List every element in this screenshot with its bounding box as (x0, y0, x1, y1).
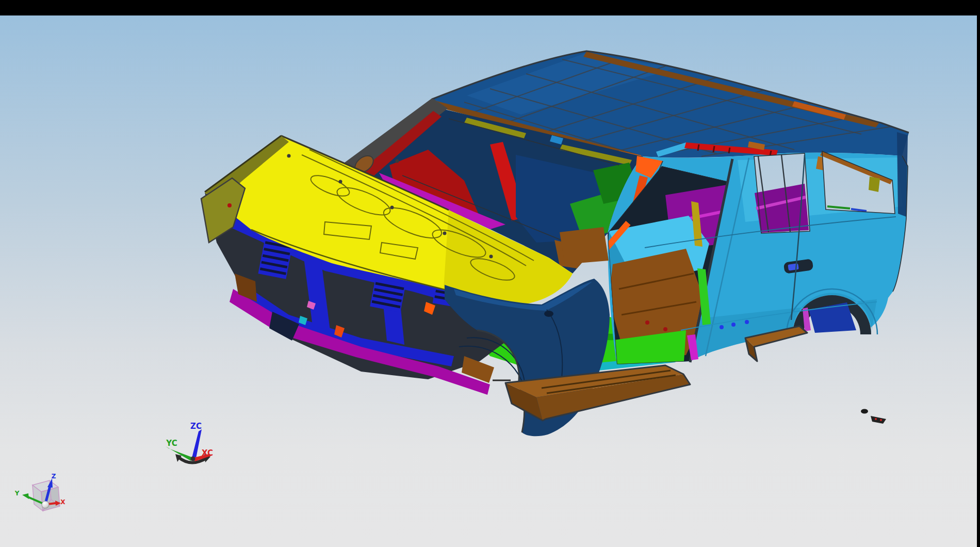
part-red-dot (880, 419, 882, 421)
door-blue-dot (745, 320, 749, 324)
part-red-dot (875, 418, 877, 420)
body-side-panel[interactable] (599, 132, 908, 365)
abs-x-label: X (60, 498, 66, 506)
wing-red-dot (227, 203, 232, 207)
wcs-z-label: ZC (190, 422, 202, 431)
cad-3d-viewport[interactable]: ZC YC XC Z Y X (0, 15, 977, 547)
small-part (861, 409, 868, 414)
wcs-x-label: XC (202, 448, 213, 458)
door-blue-dot (720, 325, 724, 329)
grille-slats-mid (370, 278, 406, 312)
abs-y-label: Y (14, 490, 20, 497)
d-pillar-inner-navy (897, 132, 908, 217)
cad-scene: ZC YC XC Z Y X (0, 15, 977, 547)
abs-origin-ball[interactable] (42, 501, 49, 508)
wcs-origin[interactable] (191, 457, 195, 461)
quarter-olive-bracket (869, 176, 880, 192)
floor-red-dot (663, 327, 667, 331)
wcs-y-label: YC (166, 439, 177, 448)
door-blue-dot (731, 323, 736, 327)
fender-hole (544, 311, 553, 317)
dashboard-brown[interactable] (560, 227, 609, 264)
abs-z-label: Z (52, 473, 56, 480)
floor-red-dot (645, 320, 649, 325)
